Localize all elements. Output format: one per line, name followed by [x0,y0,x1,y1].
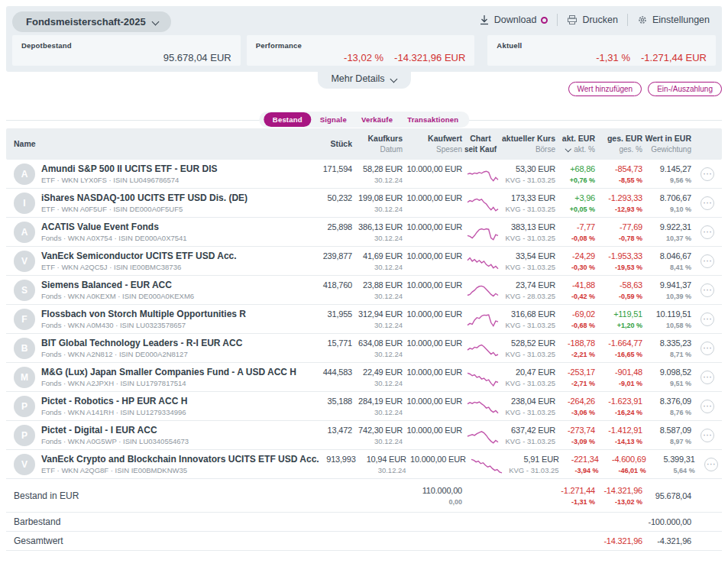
sparkline-chart [467,426,499,445]
wert-cell: 8.376,098,76 % [642,396,691,417]
fund-name-cell[interactable]: VVanEck Crypto and Blockchain Innovators… [14,454,319,475]
table-row: FFlossbach von Storch Multiple Opportuni… [6,305,722,334]
fund-avatar: P [14,396,35,417]
table-row: VVanEck Crypto and Blockchain Innovators… [6,450,722,479]
wert-cell: 8.706,679,10 % [642,193,691,214]
column-header-chart[interactable]: Chartseit Kauf [462,134,499,154]
kaufkurs-cell: 23,88 EUR30.12.24 [352,280,403,301]
kaufkurs-cell: 386,13 EUR30.12.24 [352,222,403,243]
fund-name[interactable]: iShares NASDAQ-100 UCITS ETF USD Dis. (D… [41,193,248,204]
akt-eur-cell: +3,96+0,05 % [555,193,595,214]
row-options-button[interactable]: ··· [700,371,714,384]
column-header-kurs[interactable]: aktueller KursBörse [499,134,555,154]
depotbestand-value: 95.678,04 EUR [163,52,231,63]
fund-name[interactable]: VanEck Semiconductor UCITS ETF USD Acc. [41,251,237,262]
fund-name-cell[interactable]: AACATIS Value Event FondsFonds · WKN A0X… [14,222,315,243]
row-options-button[interactable]: ··· [700,400,714,413]
fund-identifiers: ETF · WKN LYX0FS · ISIN LU0496786574 [41,176,217,185]
column-header-stueck[interactable]: Stück [315,139,352,149]
fund-name[interactable]: Flossbach von Storch Multiple Opportunit… [41,309,246,320]
holdings-table: NameStückKaufkursDatumKaufwertSpesenChar… [6,128,722,551]
row-options-button[interactable]: ··· [700,167,714,181]
column-header-wert[interactable]: Wert in EURGewichtung [642,134,691,154]
row-options-button[interactable]: ··· [700,342,714,355]
tab-signale[interactable]: Signale [314,112,353,127]
fund-name[interactable]: ACATIS Value Event Fonds [41,222,187,233]
kurs-cell: 33,54 EURKVG - 31.03.25 [499,251,555,272]
kurs-cell: 528,52 EURKVG - 31.03.25 [499,338,555,359]
kaufwert-cell: 10.000,00 EUR [403,280,462,301]
settings-button[interactable]: Einstellungen [637,15,710,25]
column-header-akt[interactable]: akt. EURakt. % [555,134,595,154]
add-value-button[interactable]: Wert hinzufügen [568,82,642,96]
portfolio-selector[interactable]: Fondsmeisterschaft-2025 [12,11,171,32]
performance-value: -14.321,96 EUR [394,52,465,63]
more-details-label: Mehr Details [331,73,384,84]
fund-name[interactable]: Amundi S&P 500 II UCITS ETF - EUR DIS [41,163,217,175]
fund-name[interactable]: VanEck Crypto and Blockchain Innovators … [41,454,319,465]
print-button[interactable]: Drucken [567,15,618,25]
fund-name-cell[interactable]: VVanEck Semiconductor UCITS ETF USD Acc.… [14,251,315,272]
row-options-button[interactable]: ··· [704,458,718,471]
table-row: MM&G (Lux) Japan Smaller Companies Fund … [6,363,722,392]
row-options-button[interactable]: ··· [700,254,714,268]
akt-total: -1.271,44-1,31 % [555,485,595,507]
chevron-down-icon [391,76,397,82]
kaufwert-cell: 10.000,00 EUR [406,454,466,475]
kaufwert-cell: 10.000,00 EUR [403,396,462,417]
fund-name-cell[interactable]: MM&G (Lux) Japan Smaller Companies Fund … [14,367,315,388]
wert-cell: 8.046,678,41 % [642,251,691,272]
column-header-name[interactable]: Name [14,139,315,149]
download-button[interactable]: Download [479,15,548,25]
column-header-ges[interactable]: ges. EURges. % [595,134,642,154]
tab-verkäufe[interactable]: Verkäufe [355,112,399,127]
fund-name[interactable]: Pictet - Digital - I EUR ACC [41,425,189,436]
column-header-kaufkurs[interactable]: KaufkursDatum [352,134,403,154]
kurs-cell: 53,30 EURKVG - 31.03.25 [499,163,555,185]
download-label: Download [494,15,537,25]
kaufwert-cell: 10.000,00 EUR [403,251,462,272]
fund-name-cell[interactable]: BBIT Global Technology Leaders - R-I EUR… [14,338,315,359]
row-options-button[interactable]: ··· [700,429,714,442]
table-row: AAmundi S&P 500 II UCITS ETF - EUR DISET… [6,160,722,189]
fund-name-cell[interactable]: PPictet - Robotics - HP EUR ACC HFonds ·… [14,396,315,417]
ges-eur-cell: -1.953,33-19,53 % [595,251,642,272]
wert-cell: 9.145,279,56 % [642,163,691,185]
chart-cell [462,309,499,329]
row-options-button[interactable]: ··· [700,196,714,210]
fund-name[interactable]: Siemens Balanced - EUR ACC [41,280,194,291]
more-details-button[interactable]: Mehr Details [317,72,410,89]
fund-identifiers: ETF · WKN A2QG8F · ISIN IE00BMDKNW35 [41,466,319,475]
fund-identifiers: ETF · WKN A0F5UF · ISIN DE000A0F5UF5 [41,205,248,214]
fund-name-cell[interactable]: AAmundi S&P 500 II UCITS ETF - EUR DISET… [14,163,315,185]
chart-cell [462,338,499,358]
fund-name[interactable]: Pictet - Robotics - HP EUR ACC H [41,396,187,407]
ges-eur-cell: -854,73-8,55 % [595,163,642,185]
column-header-kaufwert[interactable]: KaufwertSpesen [403,134,462,154]
kurs-cell: 637,42 EURKVG - 31.03.25 [499,425,555,446]
fund-name-cell[interactable]: SSiemens Balanced - EUR ACCFonds · WKN A… [14,280,315,301]
stueck-cell: 171,594 [315,163,352,185]
row-options-button[interactable]: ··· [700,312,714,326]
wert-cell: 8.587,098,97 % [642,425,691,446]
divider [557,14,558,26]
sparkline-chart [467,367,499,387]
row-options-button[interactable]: ··· [700,225,714,239]
fund-name[interactable]: BIT Global Technology Leaders - R-I EUR … [41,338,242,349]
fund-name-cell[interactable]: IiShares NASDAQ-100 UCITS ETF USD Dis. (… [14,193,315,214]
fund-name-cell[interactable]: FFlossbach von Storch Multiple Opportuni… [14,309,315,330]
card-depotbestand: Depotbestand 95.678,04 EUR [12,35,241,66]
kaufkurs-cell: 22,49 EUR30.12.24 [352,367,403,388]
row-options-button[interactable]: ··· [700,283,714,297]
ges-eur-cell: -1.412,91-14,13 % [595,425,642,446]
tab-transaktionen[interactable]: Transaktionen [401,112,464,127]
fund-name[interactable]: M&G (Lux) Japan Smaller Companies Fund -… [41,367,296,378]
fund-name-cell[interactable]: PPictet - Digital - I EUR ACCFonds · WKN… [14,425,315,446]
fund-identifiers: Fonds · WKN A2N812 · ISIN DE000A2N8127 [41,350,242,359]
akt-eur-cell: -188,78-2,21 % [555,338,595,359]
stueck-cell: 418,760 [315,280,352,301]
deposit-withdraw-button[interactable]: Ein-/Auszahlung [648,82,722,96]
kaufkurs-cell: 41,69 EUR30.12.24 [352,251,403,272]
wert-cell: 5.399,315,64 % [646,454,695,475]
tab-bestand[interactable]: Bestand [264,112,312,127]
